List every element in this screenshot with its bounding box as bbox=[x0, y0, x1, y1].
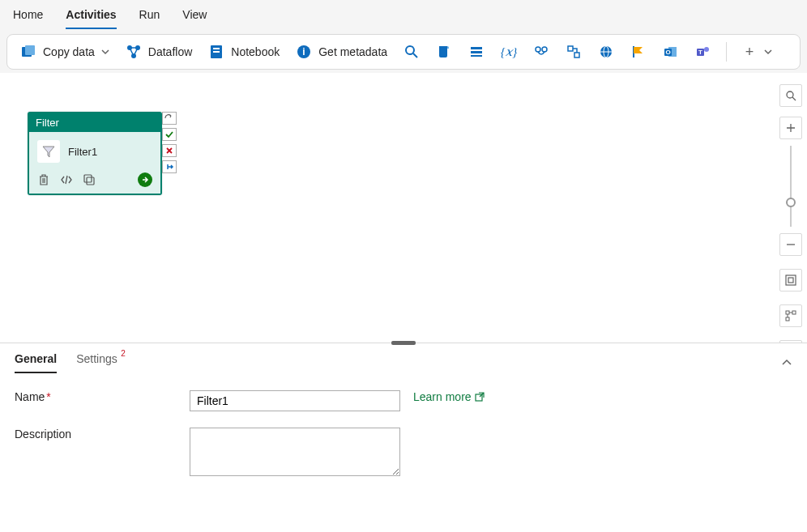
connector-completion[interactable] bbox=[162, 160, 177, 173]
svg-rect-36 bbox=[786, 317, 789, 321]
external-link-icon bbox=[475, 392, 485, 402]
name-row: Name* Learn more bbox=[15, 390, 792, 411]
add-activity-button[interactable]: + bbox=[735, 39, 779, 65]
plus-icon: + bbox=[741, 44, 758, 60]
properties-form: Name* Learn more Description bbox=[0, 376, 807, 491]
toolbar: Copy data Dataflow Notebook i Get metada… bbox=[6, 34, 801, 70]
activity-type-label: Filter bbox=[29, 113, 160, 132]
tab-general[interactable]: General bbox=[15, 352, 57, 373]
variable-icon: {𝑥} bbox=[501, 44, 517, 60]
tab-settings-badge: 2 bbox=[121, 349, 126, 358]
zoom-fit-button[interactable] bbox=[779, 269, 802, 292]
dataflow-button[interactable]: Dataflow bbox=[119, 39, 199, 65]
svg-point-10 bbox=[406, 46, 414, 54]
zoom-in-button[interactable] bbox=[779, 117, 802, 139]
properties-tabs: General Settings 2 bbox=[0, 343, 807, 376]
activity-body: Filter1 bbox=[29, 132, 160, 168]
foreach-tool[interactable] bbox=[527, 39, 556, 65]
svg-rect-7 bbox=[213, 51, 220, 53]
notebook-icon bbox=[208, 44, 224, 60]
notebook-label: Notebook bbox=[231, 45, 280, 58]
connector-fail[interactable] bbox=[162, 144, 177, 157]
office365-tool[interactable]: O bbox=[656, 39, 685, 65]
svg-rect-1 bbox=[25, 45, 35, 55]
search-icon bbox=[404, 44, 420, 60]
svg-rect-34 bbox=[786, 311, 789, 314]
chevron-down-icon bbox=[101, 48, 109, 56]
list-icon bbox=[468, 44, 485, 60]
pipeline-canvas[interactable]: Filter Filter1 bbox=[0, 73, 807, 343]
notebook-button[interactable]: Notebook bbox=[202, 39, 286, 65]
svg-rect-32 bbox=[786, 275, 796, 285]
panel-resize-handle[interactable] bbox=[391, 341, 416, 345]
zoom-slider[interactable] bbox=[790, 146, 792, 227]
svg-rect-33 bbox=[788, 278, 793, 283]
svg-rect-35 bbox=[792, 311, 796, 314]
copy-data-icon bbox=[20, 44, 36, 60]
flag-icon bbox=[630, 44, 647, 60]
copy-data-button[interactable]: Copy data bbox=[14, 39, 116, 65]
loop-icon bbox=[533, 44, 549, 60]
nav-view[interactable]: View bbox=[182, 8, 207, 29]
svg-text:T: T bbox=[698, 49, 702, 56]
tab-settings[interactable]: Settings 2 bbox=[76, 352, 117, 373]
nav-home[interactable]: Home bbox=[13, 8, 43, 29]
name-label: Name* bbox=[15, 390, 177, 403]
nav-activities[interactable]: Activities bbox=[66, 8, 116, 29]
name-input[interactable] bbox=[190, 390, 400, 411]
run-icon[interactable] bbox=[138, 172, 152, 187]
zoom-handle[interactable] bbox=[786, 198, 796, 207]
svg-point-15 bbox=[536, 47, 540, 52]
filter-icon bbox=[37, 140, 60, 163]
svg-point-26 bbox=[704, 47, 709, 52]
dataflow-label: Dataflow bbox=[148, 45, 192, 58]
properties-panel: General Settings 2 Name* Learn more Desc… bbox=[0, 343, 807, 532]
svg-rect-12 bbox=[471, 47, 482, 49]
svg-rect-17 bbox=[568, 46, 573, 51]
lookup-tool[interactable] bbox=[397, 39, 426, 65]
zoom-out-button[interactable] bbox=[779, 233, 802, 256]
connector-success[interactable] bbox=[162, 128, 177, 141]
stored-proc-tool[interactable] bbox=[462, 39, 491, 65]
svg-rect-13 bbox=[471, 51, 482, 53]
set-variable-tool[interactable]: {𝑥} bbox=[494, 39, 523, 65]
auto-align-button[interactable] bbox=[779, 304, 802, 327]
svg-point-30 bbox=[787, 92, 793, 98]
delete-icon[interactable] bbox=[37, 173, 50, 186]
learn-more-link[interactable]: Learn more bbox=[413, 390, 485, 403]
connector-skip[interactable] bbox=[162, 112, 177, 125]
toolbar-separator bbox=[726, 42, 727, 62]
activity-footer bbox=[29, 168, 160, 194]
filter-activity[interactable]: Filter Filter1 bbox=[28, 112, 162, 195]
canvas-search-button[interactable] bbox=[779, 84, 802, 107]
nav-run[interactable]: Run bbox=[139, 8, 160, 29]
top-nav: Home Activities Run View bbox=[0, 0, 807, 29]
teams-icon: T bbox=[695, 44, 711, 60]
dataflow-icon bbox=[126, 44, 142, 60]
functions-tool[interactable] bbox=[624, 39, 653, 65]
svg-rect-18 bbox=[574, 53, 579, 57]
web-tool[interactable] bbox=[591, 39, 621, 65]
copy-icon[interactable] bbox=[83, 173, 96, 186]
svg-point-16 bbox=[542, 47, 547, 52]
outlook-icon: O bbox=[663, 44, 679, 60]
svg-line-31 bbox=[792, 97, 796, 100]
tab-settings-label: Settings bbox=[76, 352, 117, 365]
copy-data-label: Copy data bbox=[43, 45, 95, 58]
svg-line-11 bbox=[413, 53, 417, 57]
chevron-down-icon bbox=[764, 48, 772, 56]
description-label: Description bbox=[15, 428, 177, 440]
teams-tool[interactable]: T bbox=[689, 39, 718, 65]
learn-more-label: Learn more bbox=[413, 390, 472, 403]
activity-name-label: Filter1 bbox=[68, 146, 97, 158]
script-tool[interactable] bbox=[429, 39, 459, 65]
globe-icon bbox=[598, 44, 614, 60]
get-metadata-button[interactable]: i Get metadata bbox=[289, 39, 394, 65]
collapse-panel-button[interactable] bbox=[781, 357, 792, 368]
get-metadata-label: Get metadata bbox=[318, 45, 387, 58]
svg-text:i: i bbox=[303, 46, 305, 57]
svg-text:O: O bbox=[665, 49, 670, 56]
invoke-proc-tool[interactable] bbox=[559, 39, 588, 65]
code-icon[interactable] bbox=[60, 173, 73, 186]
description-input[interactable] bbox=[190, 428, 400, 476]
